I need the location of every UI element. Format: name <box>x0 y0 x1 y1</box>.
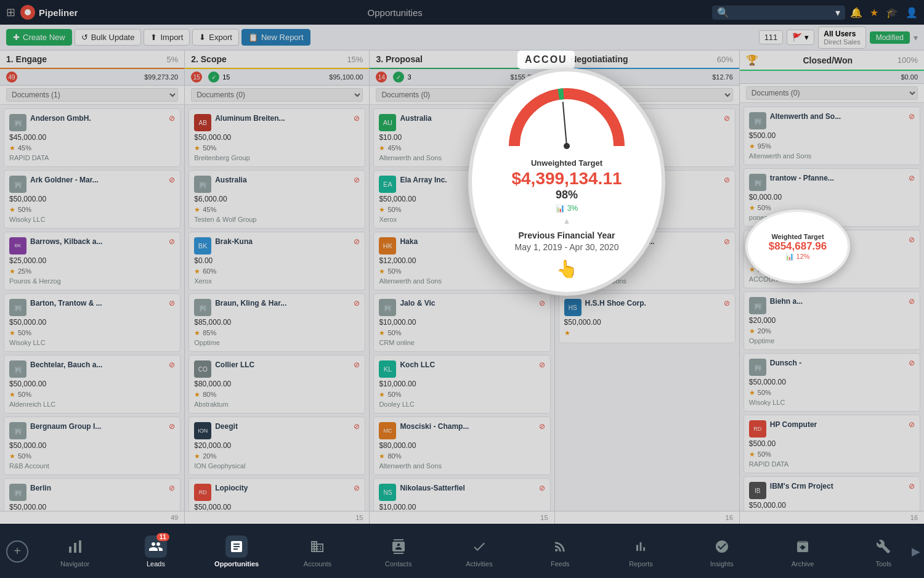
target-popup: Unweighted Target $4,399,134.11 98% 📊 3%… <box>468 68 665 296</box>
scroll-right-button[interactable]: ▶ <box>908 542 924 561</box>
activities-icon <box>468 535 490 558</box>
chart-icon: 📊 <box>556 204 565 213</box>
feeds-label: Feeds <box>551 560 570 568</box>
nav-item-activities[interactable]: Activities <box>439 531 519 572</box>
contacts-icon <box>387 535 410 558</box>
navigator-icon <box>64 535 86 558</box>
gauge-area <box>505 84 628 152</box>
acct-popup: ACCOU <box>517 51 575 69</box>
weighted-pct: 📊 12% <box>785 253 809 261</box>
nav-item-insights[interactable]: Insights <box>681 531 762 572</box>
svg-point-2 <box>564 143 570 149</box>
tools-label: Tools <box>875 560 891 568</box>
reports-icon <box>630 535 652 558</box>
target-pct: 98% <box>556 189 578 201</box>
nav-item-navigator[interactable]: Navigator <box>34 531 115 572</box>
nav-item-accounts[interactable]: Accounts <box>277 531 358 572</box>
leads-badge: 11 <box>156 533 169 541</box>
nav-item-contacts[interactable]: Contacts <box>358 531 439 572</box>
archive-icon <box>792 535 814 558</box>
cursor-hand: 👆 <box>556 259 578 279</box>
tools-icon <box>872 535 894 558</box>
leads-label: Leads <box>147 560 165 568</box>
feeds-icon <box>549 535 571 558</box>
weighted-pct-chart: 📊 <box>785 253 794 260</box>
add-button[interactable]: + <box>6 540 28 563</box>
archive-label: Archive <box>792 560 814 568</box>
insights-icon <box>711 535 733 558</box>
period-label: Previous Financial Year <box>519 230 615 240</box>
nav-item-archive[interactable]: Archive <box>762 531 843 572</box>
nav-item-reports[interactable]: Reports <box>601 531 681 572</box>
target-sub: 📊 3% <box>556 204 578 213</box>
target-label: Unweighted Target <box>531 158 602 168</box>
target-amount: $4,399,134.11 <box>511 169 622 189</box>
weighted-amount: $854,687.96 <box>769 240 827 253</box>
activities-label: Activities <box>466 560 492 568</box>
svg-rect-3 <box>69 547 71 553</box>
opportunities-icon <box>225 535 248 558</box>
weighted-target-popup: Weighted Target $854,687.96 📊 12% <box>745 210 850 283</box>
weighted-label: Weighted Target <box>771 233 824 240</box>
insights-label: Insights <box>710 560 734 568</box>
svg-rect-5 <box>79 540 81 553</box>
period-dates: May 1, 2019 - Apr 30, 2020 <box>515 242 619 254</box>
opportunities-label: Opportunities <box>214 560 259 568</box>
contacts-label: Contacts <box>385 560 411 568</box>
reports-label: Reports <box>629 560 653 568</box>
svg-rect-4 <box>74 543 76 553</box>
navigator-label: Navigator <box>60 560 89 568</box>
nav-item-leads[interactable]: 11 Leads <box>115 531 196 572</box>
accounts-label: Accounts <box>304 560 331 568</box>
bottom-navigation: + Navigator 11 Leads Opportunities Accou… <box>0 524 924 578</box>
nav-item-opportunities[interactable]: Opportunities <box>197 531 277 572</box>
nav-item-feeds[interactable]: Feeds <box>520 531 601 572</box>
accounts-icon <box>306 535 328 558</box>
